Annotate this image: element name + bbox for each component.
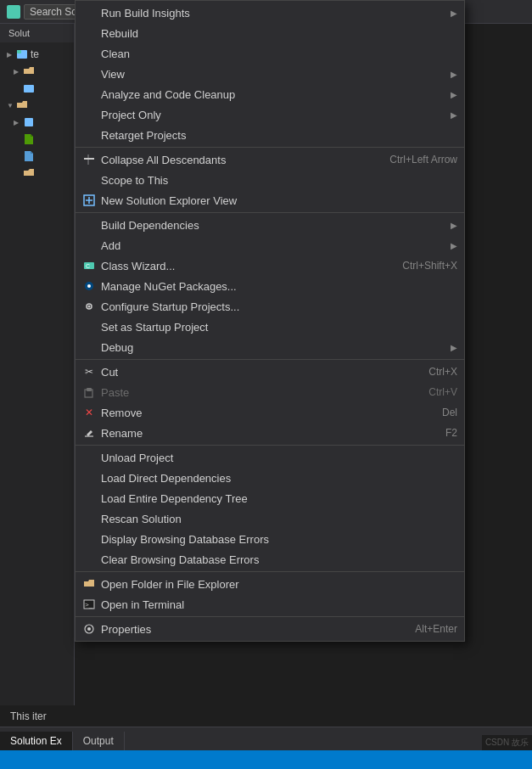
svg-rect-3 <box>25 118 33 126</box>
menu-item-run-build-insights[interactable]: Run Build Insights ▶ <box>76 3 464 23</box>
svg-text:C: C <box>86 263 90 269</box>
separator-3 <box>76 359 464 360</box>
tree-item-7[interactable] <box>0 165 74 182</box>
menu-item-manage-nuget[interactable]: Manage NuGet Packages... <box>76 276 464 296</box>
menu-item-cut[interactable]: ✂ Cut Ctrl+X <box>76 362 464 382</box>
context-menu: Run Build Insights ▶ Rebuild Clean View … <box>75 0 465 642</box>
svg-point-14 <box>88 306 91 308</box>
menu-label-rebuild: Rebuild <box>101 27 138 40</box>
solution-explorer-tab[interactable]: Solution Ex <box>0 732 73 750</box>
menu-item-class-wizard[interactable]: C Class Wizard... Ctrl+Shift+X <box>76 255 464 276</box>
toolbar-logo <box>7 5 20 19</box>
menu-label-rescan-solution: Rescan Solution <box>101 513 182 525</box>
remove-shortcut: Del <box>442 407 457 418</box>
class-wizard-shortcut: Ctrl+Shift+X <box>402 260 457 272</box>
menu-label-build-deps: Build Dependencies <box>101 219 199 232</box>
menu-label-unload-project: Unload Project <box>101 452 173 464</box>
folder-icon-1 <box>23 65 35 77</box>
sidebar-test-label: te <box>31 48 39 60</box>
menu-item-build-deps[interactable]: Build Dependencies ▶ <box>76 215 464 235</box>
separator-5 <box>76 571 464 572</box>
rename-shortcut: F2 <box>445 427 457 439</box>
menu-item-rename[interactable]: Rename F2 <box>76 423 464 443</box>
ref-icon <box>23 116 35 128</box>
project-only-arrow-icon: ▶ <box>451 110 457 120</box>
menu-item-debug[interactable]: Debug ▶ <box>76 337 464 357</box>
menu-item-scope-to-this[interactable]: Scope to This <box>76 170 464 190</box>
menu-item-add[interactable]: Add ▶ <box>76 235 464 255</box>
menu-item-open-terminal[interactable]: >_ Open in Terminal <box>76 594 464 615</box>
menu-item-analyze[interactable]: Analyze and Code Cleanup ▶ <box>76 84 464 104</box>
menu-item-properties[interactable]: Properties Alt+Enter <box>76 619 464 639</box>
bottom-tabs: Solution Ex Output <box>0 727 532 750</box>
svg-rect-5 <box>87 154 89 165</box>
menu-label-debug: Debug <box>101 341 133 354</box>
tree-item-3[interactable]: ▼ <box>0 97 74 114</box>
menu-item-rebuild[interactable]: Rebuild <box>76 23 464 43</box>
menu-label-run-build-insights: Run Build Insights <box>101 7 190 20</box>
output-tab[interactable]: Output <box>73 732 125 750</box>
solution-explorer-tab-label: Solution Ex <box>10 735 62 747</box>
menu-item-paste[interactable]: Paste Ctrl+V <box>76 382 464 402</box>
menu-item-clean[interactable]: Clean <box>76 43 464 64</box>
sidebar-solution-tab[interactable]: Solut <box>3 26 35 40</box>
svg-point-12 <box>87 284 91 288</box>
menu-label-open-folder: Open Folder in File Explorer <box>101 578 239 591</box>
menu-label-clear-browsing-db-errors: Clear Browsing Database Errors <box>101 553 259 566</box>
file-icon-2 <box>23 150 35 162</box>
svg-rect-1 <box>17 50 21 53</box>
properties-shortcut: Alt+Enter <box>415 623 457 635</box>
solution-explorer-sidebar: Solut ▶ te ▶ ▼ <box>0 24 75 722</box>
menu-label-scope-to-this: Scope to This <box>101 174 168 187</box>
separator-4 <box>76 445 464 446</box>
menu-label-remove: Remove <box>101 407 142 419</box>
menu-label-open-terminal: Open in Terminal <box>101 598 184 611</box>
analyze-arrow-icon: ▶ <box>451 90 457 99</box>
tree-item-2[interactable] <box>0 80 74 97</box>
solution-icon <box>16 48 28 60</box>
tree-item-5[interactable] <box>0 131 74 148</box>
svg-point-21 <box>87 627 91 631</box>
tree-item-solution[interactable]: ▶ te <box>0 46 74 63</box>
menu-label-manage-nuget: Manage NuGet Packages... <box>101 280 237 293</box>
remove-icon: ✕ <box>82 406 96 419</box>
menu-label-project-only: Project Only <box>101 109 161 121</box>
menu-item-display-browsing-db-errors[interactable]: Display Browsing Database Errors <box>76 529 464 549</box>
menu-label-cut: Cut <box>101 366 118 379</box>
separator-6 <box>76 616 464 617</box>
menu-item-unload-project[interactable]: Unload Project <box>76 447 464 468</box>
menu-item-set-startup[interactable]: Set as Startup Project <box>76 317 464 337</box>
menu-label-configure-startup: Configure Startup Projects... <box>101 300 239 313</box>
menu-item-rescan-solution[interactable]: Rescan Solution <box>76 508 464 529</box>
folder-icon-4 <box>23 167 35 179</box>
menu-item-retarget[interactable]: Retarget Projects <box>76 125 464 145</box>
menu-item-load-direct-deps[interactable]: Load Direct Dependencies <box>76 468 464 488</box>
output-tab-label: Output <box>83 735 114 747</box>
cut-icon: ✂ <box>82 365 96 379</box>
menu-item-remove[interactable]: ✕ Remove Del <box>76 402 464 423</box>
svg-rect-2 <box>24 85 34 93</box>
nuget-icon <box>82 279 96 293</box>
menu-item-configure-startup[interactable]: Configure Startup Projects... <box>76 296 464 317</box>
menu-item-project-only[interactable]: Project Only ▶ <box>76 104 464 125</box>
sidebar-tabs: Solut <box>0 24 74 42</box>
menu-item-new-sol-explorer[interactable]: New Solution Explorer View <box>76 190 464 210</box>
paste-icon <box>82 385 96 399</box>
menu-label-set-startup: Set as Startup Project <box>101 321 208 334</box>
menu-item-collapse-all[interactable]: Collapse All Descendants Ctrl+Left Arrow <box>76 149 464 170</box>
add-arrow-icon: ▶ <box>451 241 457 250</box>
menu-label-analyze: Analyze and Code Cleanup <box>101 88 235 101</box>
class-wizard-icon: C <box>82 259 96 272</box>
tree-item-6[interactable] <box>0 148 74 165</box>
menu-item-load-entire-dep-tree[interactable]: Load Entire Dependency Tree <box>76 488 464 508</box>
tree-item-1[interactable]: ▶ <box>0 63 74 80</box>
arrow-icon: ▶ <box>451 8 457 18</box>
menu-item-view[interactable]: View ▶ <box>76 64 464 84</box>
menu-item-open-folder[interactable]: Open Folder in File Explorer <box>76 574 464 594</box>
collapse-all-shortcut: Ctrl+Left Arrow <box>389 154 457 166</box>
sidebar-tree: ▶ te ▶ ▼ ▶ <box>0 42 74 185</box>
svg-rect-16 <box>87 388 92 391</box>
menu-label-add: Add <box>101 239 120 252</box>
menu-item-clear-browsing-db-errors[interactable]: Clear Browsing Database Errors <box>76 549 464 570</box>
tree-item-4[interactable]: ▶ <box>0 114 74 131</box>
